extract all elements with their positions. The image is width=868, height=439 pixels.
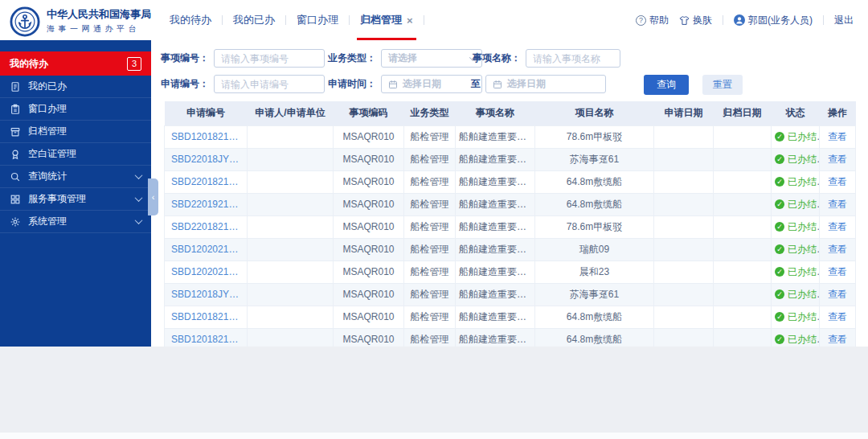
apply-no-link[interactable]: SBD1201821201...: [165, 328, 248, 347]
skin-button[interactable]: 换肤: [679, 14, 712, 27]
sidebar-item-my-done[interactable]: 我的已办: [0, 76, 151, 98]
action-cell: 查看: [820, 193, 856, 215]
business-type-cell: 船检管理: [404, 283, 456, 306]
applicant-cell: [248, 148, 334, 170]
status-label: 已办结: [788, 130, 817, 144]
apply-time-end-input[interactable]: 选择日期: [485, 75, 606, 93]
apply-no-link[interactable]: SBD2201821201...: [165, 215, 248, 238]
tab-window-handling[interactable]: 窗口办理: [286, 0, 349, 40]
view-button[interactable]: 查看: [828, 311, 847, 322]
main-content: 事项编号： 业务类型： 请选择 事项名称： 申请编号： 申请时间： 选择日期: [151, 40, 868, 347]
item-code-cell: MSAQR010: [334, 306, 404, 328]
apply-no-link[interactable]: SBD1201821201...: [165, 125, 248, 148]
apply-time-label: 申请时间：: [328, 77, 376, 91]
item-code-cell: MSAQR010: [334, 215, 404, 238]
tab-label: 归档管理: [360, 13, 402, 27]
status-cell: ✓已办结: [772, 125, 820, 148]
tab-close-icon[interactable]: ×: [407, 15, 413, 26]
item-name-cell: 船舶建造重要日期确认...: [456, 261, 535, 283]
search-button[interactable]: 查询: [644, 75, 689, 95]
apply-date-cell: [654, 215, 714, 238]
archive-date-cell: [714, 215, 772, 238]
table-row: SBD1202021200...MSAQR010船检管理船舶建造重要日期确认..…: [165, 261, 856, 283]
view-button[interactable]: 查看: [828, 289, 847, 300]
sidebar-item-my-todo[interactable]: 我的待办3: [0, 51, 151, 76]
view-button[interactable]: 查看: [828, 154, 847, 165]
bottom-strip: [0, 433, 868, 439]
sidebar-item-system-management[interactable]: 系统管理: [0, 211, 151, 233]
item-code-cell: MSAQR010: [334, 170, 404, 193]
item-code-cell: MSAQR010: [334, 193, 404, 215]
filter-group-apply-time-end: 至 选择日期: [471, 75, 606, 93]
apply-no-link[interactable]: SBD1201821202...: [165, 306, 248, 328]
header-divider: [823, 15, 824, 25]
business-type-placeholder: 请选择: [388, 51, 417, 65]
item-name-cell: 船舶建造重要日期确认...: [456, 306, 535, 328]
check-circle-icon: ✓: [775, 334, 784, 344]
project-name-cell: 苏海事趸61: [535, 148, 654, 170]
apply-no-link[interactable]: SBD2201921201...: [165, 193, 248, 215]
sidebar-collapse-handle[interactable]: ‹: [148, 178, 158, 215]
msa-logo-icon: [10, 6, 40, 37]
status-label: 已办结: [788, 243, 817, 256]
chevron-down-icon: [135, 216, 143, 224]
brand: 中华人民共和国海事局 海事一网通办平台: [0, 3, 151, 37]
apply-time-start-input[interactable]: 选择日期: [381, 75, 482, 93]
tab-my-todo[interactable]: 我的待办: [159, 0, 222, 40]
apply-date-cell: [654, 328, 714, 347]
sidebar-item-query-statistics[interactable]: 查询统计: [0, 166, 151, 188]
filter-group-business-type: 业务类型： 请选择: [328, 49, 482, 68]
view-button[interactable]: 查看: [828, 176, 847, 187]
reset-button[interactable]: 重置: [702, 75, 743, 95]
tab-bar: 我的待办我的已办窗口办理归档管理×: [159, 0, 424, 40]
logout-button[interactable]: 退出: [834, 14, 854, 27]
applicant-cell: [248, 170, 334, 193]
status-badge: ✓已办结: [775, 220, 817, 234]
apply-no-link[interactable]: SBD1202021200...: [165, 238, 248, 261]
view-button[interactable]: 查看: [828, 334, 847, 345]
column-header: 申请日期: [654, 101, 714, 125]
user-menu[interactable]: 郭固(业务人员): [734, 14, 813, 27]
sidebar-item-archive-management[interactable]: 归档管理: [0, 121, 151, 143]
tab-my-done[interactable]: 我的已办: [223, 0, 285, 40]
item-name-input[interactable]: [526, 49, 620, 68]
archive-date-cell: [714, 170, 772, 193]
sidebar-item-label: 服务事项管理: [28, 192, 86, 206]
table-row: SBD1202021200...MSAQR010船检管理船舶建造重要日期确认..…: [165, 238, 856, 261]
sidebar-item-window-handling[interactable]: 窗口办理: [0, 98, 151, 121]
apply-no-link[interactable]: SBD2201821202...: [165, 170, 248, 193]
item-no-input[interactable]: [214, 49, 325, 68]
action-cell: 查看: [820, 125, 856, 148]
gear-icon: [10, 216, 21, 228]
apply-no-input[interactable]: [214, 75, 325, 93]
status-label: 已办结: [788, 288, 817, 302]
item-name-cell: 船舶建造重要日期确认...: [456, 328, 535, 347]
user-icon: [734, 14, 745, 26]
tab-archive-management[interactable]: 归档管理×: [350, 0, 424, 40]
view-button[interactable]: 查看: [828, 199, 847, 210]
table-row: SBD12018JY000...MSAQR010船检管理船舶建造重要日期确认..…: [165, 283, 856, 306]
view-button[interactable]: 查看: [828, 266, 847, 277]
brand-text: 中华人民共和国海事局 海事一网通办平台: [47, 3, 169, 35]
view-button[interactable]: 查看: [828, 221, 847, 232]
business-type-cell: 船检管理: [404, 125, 456, 148]
filter-form: 事项编号： 业务类型： 请选择 事项名称： 申请编号： 申请时间： 选择日期: [151, 40, 868, 100]
column-header: 申请人/申请单位: [248, 101, 334, 125]
help-button[interactable]: ? 帮助: [636, 14, 669, 27]
view-button[interactable]: 查看: [828, 131, 847, 142]
view-button[interactable]: 查看: [828, 244, 847, 255]
sidebar-item-blank-cert-management[interactable]: 空白证管理: [0, 143, 151, 166]
apply-date-cell: [654, 283, 714, 306]
apply-no-link[interactable]: SBD1202021200...: [165, 261, 248, 283]
action-cell: 查看: [820, 328, 856, 347]
business-type-select[interactable]: 请选择: [381, 49, 482, 68]
app-header: 中华人民共和国海事局 海事一网通办平台 我的待办我的已办窗口办理归档管理× ? …: [0, 0, 868, 40]
item-name-label: 事项名称：: [473, 51, 521, 65]
apply-no-link[interactable]: SBD12018JY000...: [165, 283, 248, 306]
column-header: 业务类型: [404, 101, 456, 125]
apply-no-link[interactable]: SBD22018JY000...: [165, 148, 248, 170]
sidebar-item-service-item-management[interactable]: 服务事项管理: [0, 188, 151, 211]
applicant-cell: [248, 283, 334, 306]
table-body: SBD1201821201...MSAQR010船检管理船舶建造重要日期确认..…: [165, 125, 856, 347]
sidebar-item-label: 窗口办理: [28, 102, 67, 116]
